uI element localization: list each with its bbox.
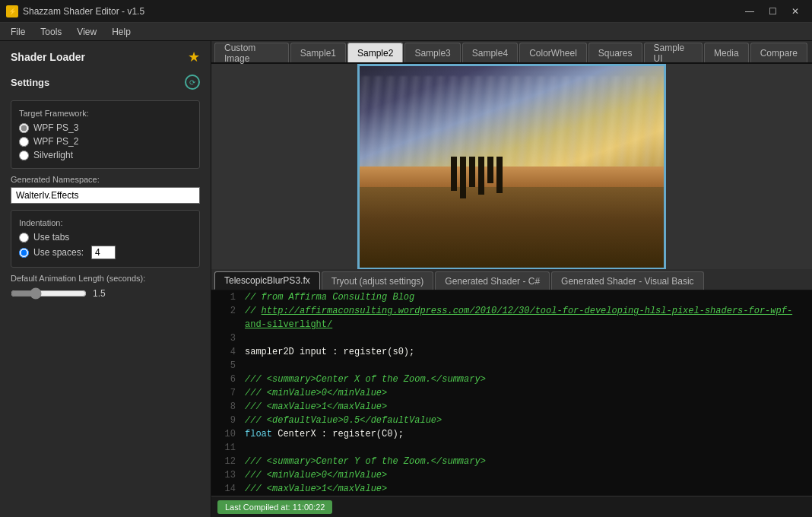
code-line-4: 4 sampler2D input : register(s0); [211,345,812,359]
tab-sample1[interactable]: Sample1 [290,43,346,62]
anim-section: Default Animation Length (seconds): 1.5 [11,274,200,300]
menu-view[interactable]: View [69,23,104,41]
code-line-7: 7 /// <minValue>0</minValue> [211,386,812,400]
image-preview-area [211,64,812,269]
code-line-10: 10 float CenterX : register(C0); [211,427,812,441]
indent-tabs-radio[interactable] [19,233,29,243]
code-line-2b: and-silverlight/ [211,318,812,331]
tab-sample-ui[interactable]: Sample UI [644,43,703,62]
settings-icon[interactable]: ⟳ [185,75,200,90]
tab-squares[interactable]: Squares [588,43,642,62]
indent-tabs-item[interactable]: Use tabs [19,232,192,243]
tab-tryout[interactable]: Tryout (adjust settings) [322,271,434,290]
framework-silverlight[interactable]: Silverlight [19,150,192,160]
maximize-button[interactable]: ☐ [762,4,783,19]
code-line-3: 3 [211,331,812,345]
code-editor[interactable]: 1 // from Affirma Consulting Blog 2 // h… [211,290,812,496]
framework-wpf-ps2-label: WPF PS_2 [33,136,78,147]
framework-silverlight-label: Silverlight [33,150,73,160]
window-controls: — ☐ ✕ [739,4,806,19]
tab-generated-csharp[interactable]: Generated Shader - C# [435,271,550,290]
indent-spaces-label: Use spaces: [33,247,84,258]
tab-sample3[interactable]: Sample3 [404,43,460,62]
namespace-input[interactable]: WalterIv.Effects [11,187,200,204]
settings-row: Settings ⟳ [11,75,200,90]
spaces-input[interactable] [91,246,116,259]
compiled-status-badge: Last Compiled at: 11:00:22 [217,500,332,514]
indent-spaces-radio[interactable] [19,248,29,258]
indent-radio-group: Use tabs Use spaces: [19,232,192,259]
namespace-label: Generated Namespace: [11,175,200,184]
code-line-2: 2 // http://affirmaconsulting.wordpress.… [211,304,812,318]
framework-wpf-ps2-radio[interactable] [19,137,29,147]
tab-custom-image[interactable]: Custom Image [214,43,289,62]
menu-help[interactable]: Help [104,23,138,41]
tab-sample2[interactable]: Sample2 [347,43,403,62]
main-content: Shader Loader ★ Settings ⟳ Target Framew… [0,41,812,517]
code-line-11: 11 [211,441,812,455]
tab-telescopic-blur[interactable]: TelescopicBlurPS3.fx [214,271,320,290]
menu-file[interactable]: File [3,23,33,41]
indentation-box: Indentation: Use tabs Use spaces: [11,210,200,268]
tab-colorwheel[interactable]: ColorWheel [519,43,587,62]
framework-radio-group: WPF PS_3 WPF PS_2 Silverlight [19,122,192,160]
statusbar: Last Compiled at: 11:00:22 [211,496,812,517]
anim-value: 1.5 [93,288,106,299]
image-container [357,64,666,270]
namespace-section: Generated Namespace: WalterIv.Effects [11,175,200,204]
app-title: Shazzam Shader Editor - v1.5 [23,6,144,17]
code-line-9: 9 /// <defaultValue>0.5</defaultValue> [211,414,812,427]
right-panel: Custom Image Sample1 Sample2 Sample3 Sam… [211,41,812,517]
framework-wpf-ps3-radio[interactable] [19,123,29,133]
framework-silverlight-radio[interactable] [19,151,29,160]
top-tabbar: Custom Image Sample1 Sample2 Sample3 Sam… [211,41,812,64]
preview-image [360,66,664,268]
indent-spaces-item[interactable]: Use spaces: [19,246,192,259]
framework-wpf-ps2[interactable]: WPF PS_2 [19,136,192,147]
shader-loader-section: Shader Loader ★ [11,49,200,65]
star-icon[interactable]: ★ [188,49,200,65]
minimize-button[interactable]: — [739,4,760,19]
code-line-14: 14 /// <maxValue>1</maxValue> [211,482,812,496]
close-button[interactable]: ✕ [785,4,806,19]
app-icon: ⚡ [6,5,18,17]
menubar: File Tools View Help [0,23,812,41]
framework-wpf-ps3[interactable]: WPF PS_3 [19,122,192,133]
titlebar: ⚡ Shazzam Shader Editor - v1.5 — ☐ ✕ [0,0,812,23]
indentation-label: Indentation: [19,218,192,227]
anim-label: Default Animation Length (seconds): [11,274,200,283]
target-framework-box: Target Framework: WPF PS_3 WPF PS_2 Silv… [11,100,200,169]
code-scroll-area[interactable]: 1 // from Affirma Consulting Blog 2 // h… [211,290,812,496]
tab-sample4[interactable]: Sample4 [462,43,518,62]
anim-slider-row: 1.5 [11,287,200,300]
indent-tabs-label: Use tabs [33,232,69,243]
tab-compare[interactable]: Compare [750,43,807,62]
code-line-1: 1 // from Affirma Consulting Blog [211,290,812,304]
sidebar: Shader Loader ★ Settings ⟳ Target Framew… [0,41,211,517]
tab-generated-vb[interactable]: Generated Shader - Visual Basic [551,271,704,290]
code-line-6: 6 /// <summary>Center X of the Zoom.</su… [211,373,812,386]
bottom-tabbar: TelescopicBlurPS3.fx Tryout (adjust sett… [211,269,812,290]
code-line-5: 5 [211,359,812,373]
code-line-8: 8 /// <maxValue>1</maxValue> [211,400,812,414]
menu-tools[interactable]: Tools [33,23,69,41]
anim-length-slider[interactable] [11,287,87,300]
tab-media[interactable]: Media [704,43,749,62]
settings-label: Settings [11,77,49,88]
framework-wpf-ps3-label: WPF PS_3 [33,122,78,133]
target-framework-label: Target Framework: [19,109,192,118]
code-line-12: 12 /// <summary>Center Y of the Zoom.</s… [211,455,812,468]
code-line-13: 13 /// <minValue>0</minValue> [211,468,812,482]
shader-loader-label: Shader Loader [11,51,85,63]
trees-decoration [451,157,503,198]
